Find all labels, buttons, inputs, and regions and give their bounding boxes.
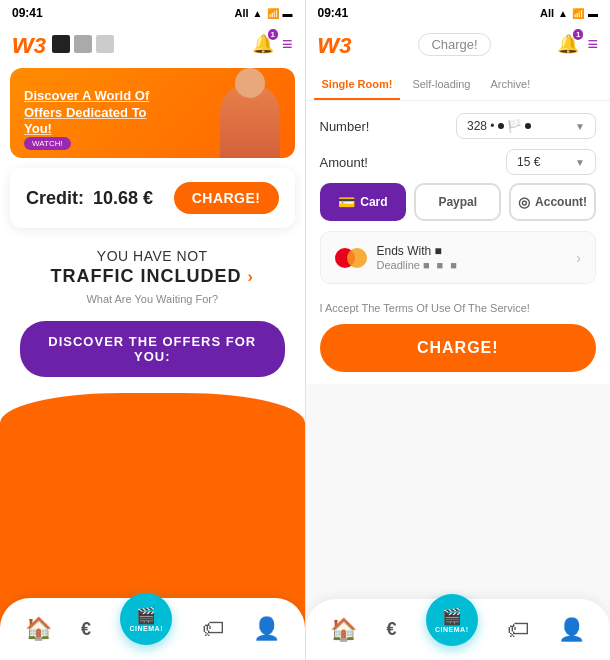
mc-right-circle (347, 248, 367, 268)
waiting-text: What Are You Waiting For? (20, 293, 285, 305)
dot1 (498, 123, 504, 129)
terms-text: I Accept The Terms Of Use Of The Service… (320, 302, 530, 314)
pay-card-button[interactable]: 💳 Card (320, 183, 407, 221)
pay-paypal-button[interactable]: Paypal (414, 183, 501, 221)
nav-cinema-left[interactable]: 🎬 CINEMA! (120, 593, 172, 645)
number-input-box[interactable]: 328 • 🏳️ ▼ (456, 113, 596, 139)
tab-self-loading[interactable]: Self-loading (404, 68, 478, 100)
tab-archive[interactable]: Archive! (482, 68, 538, 100)
credit-balance-card: Credit: 10.68 € CHARGE! (10, 168, 295, 228)
card-info: Ends With ■ Deadline ■ ■ ■ (377, 244, 567, 271)
wifi-icon-left: ▲ (253, 8, 263, 19)
left-panel: 09:41 All ▲ 📶 ▬ w3 🔔1 ≡ (0, 0, 305, 660)
amount-arrow-icon: ▼ (575, 157, 585, 168)
status-icons-left: All ▲ 📶 ▬ (235, 7, 293, 19)
tabs-bar: Single Room! Self-loading Archive! (306, 68, 611, 101)
carrier-left: All (235, 7, 249, 19)
cinema-label-left: CINEMA! (130, 625, 163, 632)
nav-euro-right[interactable]: € (386, 619, 396, 640)
amount-label: Amount! (320, 155, 368, 170)
header-left: w3 🔔1 ≡ (0, 24, 305, 68)
square-gray (74, 35, 92, 53)
traffic-title: YOU HAVE NOT (20, 248, 285, 264)
square-gray2 (96, 35, 114, 53)
header-icons-right: 🔔1 ≡ (557, 33, 598, 55)
card-chevron-icon: › (576, 250, 581, 266)
person-head (235, 68, 265, 98)
bottom-nav-right: 🏠 € 🎬 CINEMA! 🏷 👤 (306, 598, 611, 660)
card-pay-label: Card (360, 195, 387, 209)
dot2 (525, 123, 531, 129)
notification-icon-left[interactable]: 🔔1 (252, 33, 274, 55)
number-field-row: Number! 328 • 🏳️ ▼ (320, 113, 597, 139)
credit-label: Credit: 10.68 € (26, 188, 153, 209)
amount-value: 15 € (517, 155, 540, 169)
card-ends-with: Ends With ■ (377, 244, 567, 258)
promo-banner[interactable]: Discover A World Of Offers Dedicated To … (10, 68, 295, 158)
number-label: Number! (320, 119, 370, 134)
status-bar-left: 09:41 All ▲ 📶 ▬ (0, 0, 305, 24)
nav-euro-left[interactable]: € (81, 619, 91, 640)
status-bar-right: 09:41 All ▲ 📶 ▬ (306, 0, 611, 24)
number-arrow-icon: ▼ (575, 121, 585, 132)
carrier-right: All (540, 7, 554, 19)
status-icons-right: All ▲ 📶 ▬ (540, 7, 598, 19)
nav-home-right[interactable]: 🏠 (330, 617, 357, 643)
left-charge-button[interactable]: CHARGE! (174, 182, 279, 214)
cinema-icon-right: 🎬 (442, 607, 462, 626)
card-deadline: Deadline ■ ■ ■ (377, 259, 567, 271)
number-value: 328 • 🏳️ (467, 119, 531, 133)
time-left: 09:41 (12, 6, 43, 20)
card-deadline-dots: ■ ■ ■ (423, 259, 459, 271)
payment-methods-bar: 💳 Card Paypal ◎ Account! (306, 183, 611, 221)
logo-left: w3 (12, 28, 46, 60)
discover-offers-button[interactable]: DISCOVER THE OFFERS FOR YOU: (20, 321, 285, 377)
nav-user-left[interactable]: 👤 (253, 616, 280, 642)
amount-input-box[interactable]: 15 € ▼ (506, 149, 596, 175)
menu-icon-left[interactable]: ≡ (282, 34, 293, 55)
traffic-subtitle: TRAFFIC INCLUDED › (20, 266, 285, 287)
amount-field-row: Amount! 15 € ▼ (320, 149, 597, 175)
account-pay-icon: ◎ (518, 194, 530, 210)
bottom-nav-left: 🏠 € 🎬 CINEMA! 🏷 👤 (0, 598, 305, 660)
time-right: 09:41 (318, 6, 349, 20)
flag-box: 🏳️ (507, 119, 522, 133)
right-charge-button[interactable]: CHARGE! (320, 324, 597, 372)
nav-home-left[interactable]: 🏠 (25, 616, 52, 642)
card-ends-dot: ■ (435, 244, 442, 258)
form-section: Number! 328 • 🏳️ ▼ Amount! 15 € ▼ (306, 101, 611, 183)
signal-icon-right: 📶 (572, 8, 584, 19)
notification-icon-right[interactable]: 🔔1 (557, 33, 579, 55)
nav-tag-right[interactable]: 🏷 (507, 617, 529, 643)
paypal-pay-label: Paypal (438, 195, 477, 209)
account-pay-label: Account! (535, 195, 587, 209)
tab-single-room[interactable]: Single Room! (314, 68, 401, 100)
banner-badge: WATCH! (24, 137, 71, 150)
square-black (52, 35, 70, 53)
cinema-icon-left: 🎬 (136, 606, 156, 625)
right-panel: 09:41 All ▲ 📶 ▬ w3 Charge! 🔔1 ≡ Single R… (306, 0, 611, 660)
banner-text: Discover A World Of Offers Dedicated To … (24, 88, 154, 139)
banner-person (215, 78, 285, 158)
traffic-section: YOU HAVE NOT TRAFFIC INCLUDED › What Are… (0, 238, 305, 321)
terms-row: I Accept The Terms Of Use Of The Service… (306, 294, 611, 324)
card-pay-icon: 💳 (338, 194, 355, 210)
battery-icon-left: ▬ (283, 8, 293, 19)
nav-user-right[interactable]: 👤 (558, 617, 585, 643)
wifi-icon-right: ▲ (558, 8, 568, 19)
menu-icon-right[interactable]: ≡ (587, 34, 598, 55)
header-icons-left: 🔔1 ≡ (252, 33, 293, 55)
pay-account-button[interactable]: ◎ Account! (509, 183, 596, 221)
person-silhouette (220, 83, 280, 158)
nav-tag-left[interactable]: 🏷 (202, 616, 224, 642)
signal-icon-left: 📶 (267, 8, 279, 19)
logo-right: w3 (318, 28, 352, 60)
saved-card-row[interactable]: Ends With ■ Deadline ■ ■ ■ › (320, 231, 597, 284)
header-right: w3 Charge! 🔔1 ≡ (306, 24, 611, 68)
battery-icon-right: ▬ (588, 8, 598, 19)
charge-header-label: Charge! (418, 33, 490, 56)
mastercard-icon (335, 248, 367, 268)
nav-cinema-right[interactable]: 🎬 CINEMA! (426, 594, 478, 646)
traffic-arrow-icon: › (248, 268, 254, 285)
flag-icon: 🏳️ (507, 119, 522, 133)
